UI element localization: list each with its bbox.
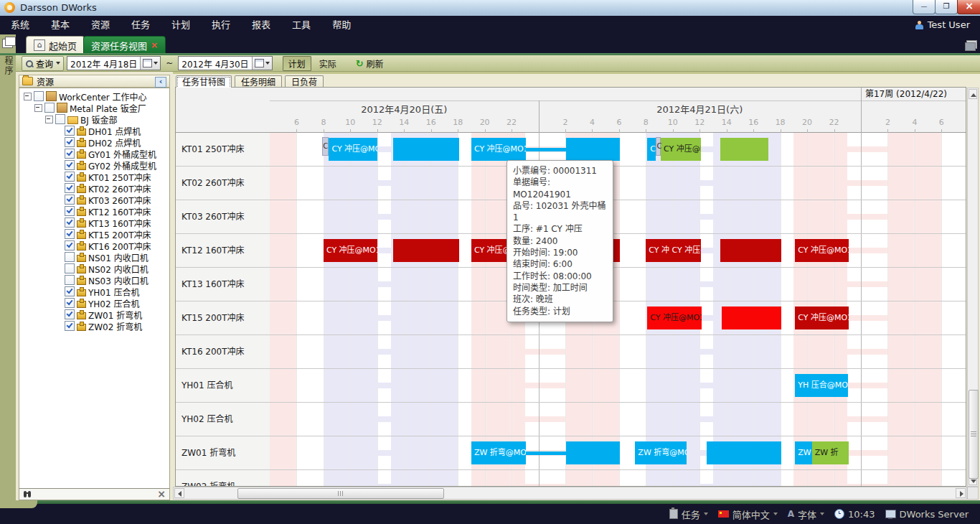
tab-home-page[interactable]: 起始页 xyxy=(26,36,85,54)
tree-item[interactable]: GY01 外桶成型机 xyxy=(19,148,169,159)
user-indicator[interactable]: Test User xyxy=(915,16,970,34)
tree-item[interactable]: GY02 外桶成型机 xyxy=(19,159,169,171)
scroll-right-button[interactable] xyxy=(956,488,966,498)
tree-item[interactable]: BJ 钣金部 xyxy=(19,113,169,125)
vertical-scroll-thumb[interactable] xyxy=(969,390,979,479)
tree-item[interactable]: YH02 压合机 xyxy=(19,297,169,309)
tree-checkbox[interactable] xyxy=(65,309,75,319)
menu-item-8[interactable]: 工具 xyxy=(281,16,321,34)
close-button[interactable] xyxy=(957,0,980,14)
chevron-down-icon[interactable] xyxy=(820,513,824,515)
tree-checkbox[interactable] xyxy=(65,286,75,296)
task-bar[interactable] xyxy=(720,239,781,262)
tab-close-icon[interactable] xyxy=(151,40,158,50)
task-bar[interactable] xyxy=(393,239,459,262)
tree-checkbox[interactable] xyxy=(65,321,75,331)
tab-resource-task-view[interactable]: 资源任务视图 xyxy=(83,36,166,54)
tree-checkbox[interactable] xyxy=(55,114,65,124)
close-icon[interactable] xyxy=(157,489,166,500)
tree-expander-icon[interactable] xyxy=(45,116,53,123)
tree-item[interactable]: DH01 点焊机 xyxy=(19,125,169,136)
minimize-button[interactable] xyxy=(913,0,936,14)
status-item-4[interactable]: 10:43 xyxy=(834,509,875,520)
menu-item-1[interactable]: 系统 xyxy=(0,16,40,34)
date-from-field[interactable]: 2012年 4月18日 xyxy=(67,56,161,70)
dock-strip-label[interactable]: 程序 xyxy=(2,56,14,76)
query-dropdown-icon[interactable] xyxy=(56,62,60,65)
query-button[interactable]: 查询 xyxy=(22,56,64,71)
pages-icon[interactable] xyxy=(2,39,13,48)
task-bar[interactable] xyxy=(566,138,620,161)
task-bar[interactable] xyxy=(393,138,459,161)
task-bar[interactable]: ZW 折弯@MO12041901 xyxy=(471,441,526,464)
tree-item[interactable]: NS02 内收口机 xyxy=(19,263,169,274)
horizontal-scrollbar[interactable] xyxy=(173,487,967,500)
tree-checkbox[interactable] xyxy=(65,206,75,216)
status-item-5[interactable]: DWorks Server xyxy=(885,509,969,520)
tree-item[interactable]: KT02 260T冲床 xyxy=(19,182,169,194)
task-bar[interactable]: YH 压合@MO1 xyxy=(795,374,848,397)
tree-checkbox[interactable] xyxy=(65,217,75,228)
tree-checkbox[interactable] xyxy=(65,183,75,193)
tree-checkbox[interactable] xyxy=(65,137,75,147)
task-bar[interactable]: ZW xyxy=(795,441,811,464)
status-item-2[interactable]: 简体中文 xyxy=(718,507,778,521)
menu-item-5[interactable]: 计划 xyxy=(161,16,201,34)
task-bar[interactable] xyxy=(707,441,782,464)
task-bar[interactable]: CY 冲压@MO1 xyxy=(795,307,849,329)
tree-expander-icon[interactable] xyxy=(34,104,42,112)
tree-item[interactable]: KT03 260T冲床 xyxy=(19,194,169,205)
tree-item[interactable]: NS01 内收口机 xyxy=(19,251,169,263)
chevron-down-icon[interactable] xyxy=(773,513,778,515)
menu-item-9[interactable]: 帮助 xyxy=(321,16,362,34)
tree-item[interactable]: Metal Plate 钣金厂 xyxy=(19,102,169,113)
task-bar[interactable] xyxy=(722,307,781,329)
refresh-button[interactable]: 刷新 xyxy=(352,57,388,70)
tree-checkbox[interactable] xyxy=(65,126,75,136)
scroll-left-button[interactable] xyxy=(174,488,184,498)
tree-checkbox[interactable] xyxy=(44,103,55,113)
find-icon[interactable] xyxy=(24,491,27,497)
restore-button[interactable] xyxy=(935,0,958,14)
tree-item[interactable]: KT13 160T冲床 xyxy=(19,217,169,228)
menu-item-3[interactable]: 资源 xyxy=(80,16,121,34)
menu-item-6[interactable]: 执行 xyxy=(201,16,241,34)
tree-checkbox[interactable] xyxy=(65,160,75,170)
vertical-scrollbar[interactable] xyxy=(967,88,979,487)
task-bar[interactable] xyxy=(720,138,768,161)
tree-item[interactable]: ZW02 折弯机 xyxy=(19,320,169,332)
window-list-icon[interactable] xyxy=(966,40,977,49)
tree-checkbox[interactable] xyxy=(65,149,75,159)
plan-toggle-button[interactable]: 计划 xyxy=(283,56,311,71)
status-item-1[interactable]: 任务 xyxy=(669,507,708,521)
task-bar[interactable]: CY 冲压@MO12041901 xyxy=(329,138,377,161)
task-bar[interactable]: CY 冲 CY 冲压@MO12041904 xyxy=(646,239,701,262)
tree-checkbox[interactable] xyxy=(65,172,75,182)
tree-checkbox[interactable] xyxy=(65,240,75,251)
task-bar[interactable]: ZW 折 xyxy=(812,441,849,464)
date-from-calendar-button[interactable] xyxy=(140,57,160,70)
menu-item-7[interactable]: 报表 xyxy=(241,16,281,34)
task-bar[interactable]: CY 冲压@MO12041902 xyxy=(661,138,701,161)
task-bar[interactable]: C xyxy=(647,138,656,161)
menu-item-4[interactable]: 任务 xyxy=(121,16,161,34)
tree-checkbox[interactable] xyxy=(65,252,75,262)
date-to-field[interactable]: 2012年 4月30日 xyxy=(178,56,272,70)
tree-checkbox[interactable] xyxy=(65,195,75,205)
task-bar[interactable]: CY 冲压@MO12041901 xyxy=(471,138,526,161)
horizontal-scroll-thumb[interactable] xyxy=(237,488,444,499)
tree-item[interactable]: DH02 点焊机 xyxy=(19,136,169,148)
task-bar[interactable] xyxy=(566,441,620,464)
tree-checkbox[interactable] xyxy=(65,275,75,285)
tree-item[interactable]: KT15 200T冲床 xyxy=(19,228,169,240)
menu-item-2[interactable]: 基本 xyxy=(40,16,80,34)
tree-item[interactable]: KT01 250T冲床 xyxy=(19,171,169,182)
tree-item[interactable]: ZW01 折弯机 xyxy=(19,309,169,320)
tree-item[interactable]: YH01 压合机 xyxy=(19,286,169,297)
status-item-3[interactable]: 字体 xyxy=(788,507,824,521)
tree-checkbox[interactable] xyxy=(34,91,44,101)
task-bar[interactable]: CY 冲压@MO12041903 xyxy=(647,307,702,329)
collapse-panel-button[interactable] xyxy=(155,77,166,88)
actual-toggle-button[interactable]: 实际 xyxy=(314,57,341,70)
tree-checkbox[interactable] xyxy=(65,298,75,308)
